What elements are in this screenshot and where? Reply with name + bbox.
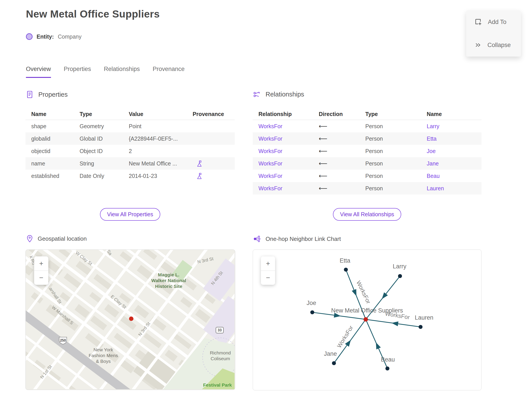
map-label: Walker National [151, 278, 186, 283]
view-all-properties-button[interactable]: View All Properties [100, 208, 160, 221]
table-row: WorksFor⟵PersonJane [253, 157, 481, 170]
column-header: Value [123, 111, 187, 117]
relationship-link[interactable]: WorksFor [253, 148, 313, 154]
property-value: Point [123, 123, 187, 129]
map-marker[interactable] [129, 317, 133, 321]
chart-center-node[interactable] [364, 317, 368, 322]
linkchart-section-title: One-hop Neighbor Link Chart [266, 236, 341, 243]
map-label: Coliseum [211, 356, 230, 361]
chart-edge-arrow [352, 289, 356, 296]
provenance-flag-icon[interactable] [196, 173, 201, 179]
column-header: Type [74, 111, 123, 117]
table-row: shapeGeometryPoint [26, 120, 235, 132]
column-header: Provenance [187, 111, 235, 117]
collapse-button[interactable]: Collapse [466, 34, 521, 57]
map-panel[interactable]: 25033 k RdW Clay StSaN 3rd StN 4th Stars… [26, 250, 235, 390]
property-type: String [74, 160, 123, 167]
property-name: objectid [26, 148, 74, 154]
properties-section-title: Properties [38, 91, 68, 98]
entity-name-link[interactable]: Beau [421, 173, 481, 179]
route-shield-label: 250 [60, 338, 66, 342]
relationship-type: Person [359, 160, 421, 167]
table-row: WorksFor⟵PersonEtta [253, 132, 481, 145]
properties-section-header: Properties [26, 90, 68, 98]
collapse-label: Collapse [487, 42, 511, 48]
map-canvas[interactable]: 25033 k RdW Clay StSaN 3rd StN 4th Stars… [26, 250, 234, 389]
relationships-table: RelationshipDirectionTypeName WorksFor⟵P… [253, 108, 481, 195]
chart-edge-arrow [382, 292, 388, 299]
chart-zoom-out-button[interactable]: − [261, 270, 275, 285]
link-chart-icon [253, 235, 261, 243]
column-header: Relationship [253, 111, 313, 117]
add-to-button[interactable]: Add To [466, 10, 521, 34]
chart-node-jane[interactable] [332, 361, 336, 365]
relationships-section-header: Relationships [253, 90, 304, 98]
chart-edge-label: WorksFor [336, 324, 354, 349]
relationship-type: Person [359, 185, 421, 192]
relationship-link[interactable]: WorksFor [253, 123, 313, 129]
direction-arrow: ⟵ [313, 185, 359, 192]
collapse-chevrons-icon [474, 41, 482, 49]
add-to-icon [474, 18, 482, 26]
tab-properties[interactable]: Properties [64, 66, 91, 78]
table-row: establishedDate Only2014-01-23 [26, 170, 235, 182]
tab-bar: OverviewPropertiesRelationshipsProvenanc… [26, 66, 185, 78]
property-type: Date Only [74, 173, 123, 179]
entity-name-link[interactable]: Larry [421, 123, 481, 129]
relationships-table-header: RelationshipDirectionTypeName [253, 108, 481, 120]
view-all-relationships-button[interactable]: View All Relationships [333, 208, 401, 221]
property-value: New Metal Office ... [123, 160, 187, 167]
chart-node-larry[interactable] [398, 274, 402, 278]
entity-name-link[interactable]: Lauren [421, 185, 481, 192]
map-zoom-out-button[interactable]: − [34, 270, 48, 285]
relationship-link[interactable]: WorksFor [253, 135, 313, 142]
chart-edge-arrow [392, 321, 398, 326]
add-to-label: Add To [488, 19, 506, 26]
tab-relationships[interactable]: Relationships [104, 66, 140, 78]
properties-table-body: shapeGeometryPointglobalidGlobal ID{A228… [26, 120, 235, 182]
chart-node-lauren[interactable] [419, 325, 423, 329]
column-header: Name [26, 111, 74, 117]
direction-arrow: ⟵ [313, 135, 359, 142]
map-label: Richmond [210, 350, 231, 355]
relationship-link[interactable]: WorksFor [253, 185, 313, 192]
relationship-link[interactable]: WorksFor [253, 173, 313, 179]
entity-details-page: New Metal Office Suppliers Entity: Compa… [0, 0, 532, 405]
direction-arrow: ⟵ [313, 123, 359, 130]
property-provenance [187, 160, 235, 167]
linkchart-section-header: One-hop Neighbor Link Chart [253, 235, 341, 243]
link-chart-canvas[interactable]: WorksForWorksForWorksForNew Metal Office… [253, 250, 481, 390]
direction-arrow: ⟵ [313, 160, 359, 167]
chart-node-joe[interactable] [310, 310, 314, 314]
property-provenance [187, 173, 235, 179]
map-label: New York [93, 347, 113, 352]
property-value: 2014-01-23 [123, 173, 187, 179]
map-label: Maggie L. [158, 272, 180, 277]
entity-name-link[interactable]: Joe [421, 148, 481, 154]
chart-node-beau[interactable] [386, 366, 389, 370]
property-type: Global ID [74, 135, 123, 142]
property-name: shape [26, 123, 74, 129]
relationship-link[interactable]: WorksFor [253, 160, 313, 167]
table-row: globalidGlobal ID{A228944F-0EF5-... [26, 132, 235, 145]
relationships-section-title: Relationships [266, 91, 304, 98]
chart-center-label: New Metal Office Suppliers [331, 307, 403, 314]
chart-zoom-control: + − [261, 256, 275, 285]
provenance-flag-icon[interactable] [196, 160, 201, 167]
map-label: Fashion Mens [89, 353, 118, 358]
tab-overview[interactable]: Overview [26, 66, 51, 78]
tab-provenance[interactable]: Provenance [153, 66, 185, 78]
entity-label: Entity: [37, 34, 54, 40]
relationships-icon [253, 90, 261, 98]
chart-node-label: Etta [339, 257, 350, 264]
chart-zoom-in-button[interactable]: + [261, 256, 275, 270]
entity-type-value: Company [58, 34, 82, 40]
chart-node-etta[interactable] [344, 268, 348, 272]
link-chart-panel[interactable]: WorksForWorksForWorksForNew Metal Office… [253, 250, 481, 390]
map-zoom-in-button[interactable]: + [34, 256, 48, 270]
chart-node-label: Larry [393, 263, 406, 270]
map-zoom-control: + − [34, 256, 48, 285]
entity-name-link[interactable]: Jane [421, 160, 481, 167]
entity-name-link[interactable]: Etta [421, 135, 481, 142]
relationship-type: Person [359, 148, 421, 154]
